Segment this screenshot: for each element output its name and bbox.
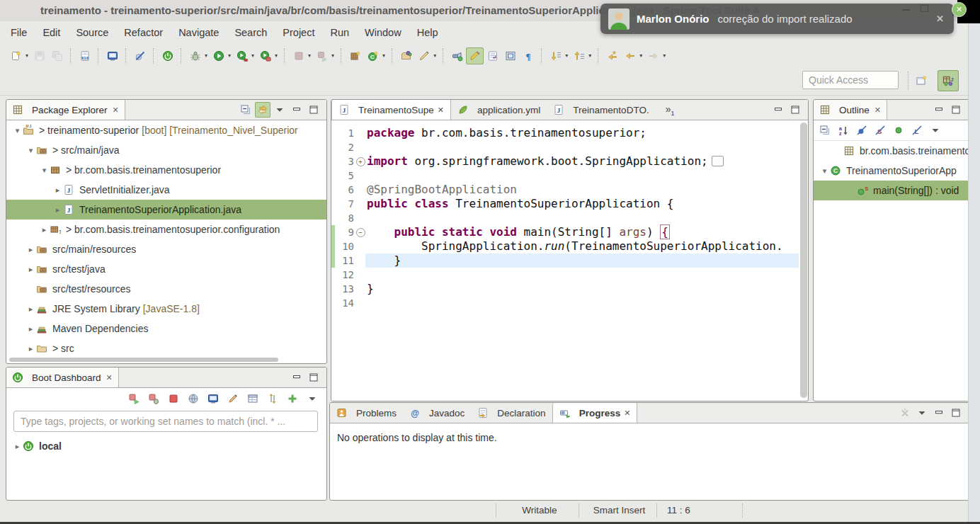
hidden-tabs-indicator[interactable]: »1 bbox=[666, 103, 675, 117]
code-line[interactable]: 2 bbox=[331, 140, 799, 154]
editor-tab-treinamentodto-[interactable]: JTreinamentoDTO. bbox=[547, 100, 655, 120]
close-icon[interactable]: ✕ bbox=[113, 106, 119, 115]
line-number[interactable]: 7 bbox=[335, 197, 355, 211]
line-number[interactable]: 5 bbox=[335, 169, 355, 183]
package-explorer-item[interactable]: ▸JServletInitializer.java bbox=[6, 180, 326, 200]
package-explorer-item[interactable]: ▸> src bbox=[6, 338, 326, 358]
pen-tool-button[interactable] bbox=[415, 47, 433, 64]
properties-button[interactable] bbox=[245, 391, 261, 406]
minimize-button[interactable] bbox=[931, 405, 947, 421]
open-perspective-button[interactable] bbox=[911, 70, 932, 91]
expand-arrow-icon[interactable]: ▸ bbox=[12, 442, 23, 451]
package-explorer-item[interactable]: ▾> src/main/java bbox=[6, 140, 326, 160]
code-line[interactable]: 13} bbox=[331, 282, 799, 296]
code-line[interactable]: 1package br.com.basis.treinamentosuperio… bbox=[331, 126, 799, 140]
package-explorer-item[interactable]: src/test/resources bbox=[6, 279, 326, 299]
stop-button-dropdown[interactable]: ▾ bbox=[308, 52, 311, 59]
horizontal-scrollbar[interactable] bbox=[9, 358, 278, 362]
expand-arrow-icon[interactable]: ▾ bbox=[12, 126, 23, 135]
hide-local-types-button[interactable]: L bbox=[909, 123, 925, 138]
package-explorer-item[interactable]: ▾> br.com.basis.treinamentosuperior bbox=[6, 160, 326, 180]
line-number[interactable]: 10 bbox=[335, 239, 355, 254]
new-wizard-button[interactable] bbox=[7, 47, 25, 64]
menu-run[interactable]: Run bbox=[322, 27, 357, 38]
last-edit-location-button[interactable] bbox=[603, 47, 621, 64]
code-line[interactable]: 10 SpringApplication.run(TreinamentoSupe… bbox=[331, 239, 799, 254]
editor-tab-application-yml[interactable]: application.yml bbox=[451, 100, 547, 120]
package-explorer-item[interactable]: ▸src/main/resources bbox=[6, 239, 326, 259]
minimize-button[interactable] bbox=[931, 102, 947, 118]
folded-region-box[interactable] bbox=[712, 156, 724, 166]
stop-button[interactable] bbox=[166, 391, 181, 406]
open-task-button[interactable] bbox=[397, 47, 415, 64]
expand-arrow-icon[interactable]: ▾ bbox=[819, 166, 830, 176]
back-button[interactable] bbox=[621, 47, 639, 64]
next-annotation-button[interactable] bbox=[547, 47, 564, 64]
close-icon[interactable]: ✕ bbox=[106, 373, 113, 382]
new-java-class-button[interactable]: C bbox=[364, 47, 382, 64]
minimize-button[interactable] bbox=[289, 370, 304, 385]
boot-dashboard-item[interactable]: ▸local bbox=[6, 436, 326, 456]
edit-config-button[interactable] bbox=[225, 391, 241, 406]
forward-button-dropdown[interactable]: ▾ bbox=[663, 52, 666, 59]
debug-button-dropdown[interactable]: ▾ bbox=[205, 52, 207, 59]
code-line[interactable]: 7public class TreinamentoSuperiorApplica… bbox=[331, 197, 799, 211]
tab-boot-dashboard[interactable]: Boot Dashboard ✕ bbox=[6, 368, 119, 387]
tab-outline[interactable]: Outline ✕ bbox=[814, 100, 887, 120]
code-line[interactable]: 8 bbox=[331, 211, 799, 225]
view-tab-javadoc[interactable]: @Javadoc bbox=[403, 403, 471, 423]
hide-static-button[interactable]: S bbox=[872, 123, 888, 138]
view-tab-progress[interactable]: Progress✕ bbox=[552, 403, 638, 423]
outline-item[interactable]: br.com.basis.treinamento bbox=[814, 141, 969, 161]
pen-tool-button-dropdown[interactable]: ▾ bbox=[433, 52, 436, 59]
word-wrap-button[interactable] bbox=[484, 47, 501, 64]
menu-window[interactable]: Window bbox=[357, 27, 409, 38]
boot-filter-input[interactable] bbox=[13, 411, 318, 432]
open-browser-button[interactable] bbox=[186, 391, 201, 406]
run-button[interactable] bbox=[210, 47, 227, 64]
expand-arrow-icon[interactable]: ▸ bbox=[25, 245, 36, 254]
maximize-button[interactable] bbox=[948, 102, 964, 118]
line-number[interactable]: 1 bbox=[335, 126, 355, 140]
collapse-all-button[interactable] bbox=[817, 123, 833, 138]
menu-refactor[interactable]: Refactor bbox=[116, 27, 171, 38]
window-close-button[interactable]: ✕ bbox=[952, 2, 967, 17]
coverage-button-dropdown[interactable]: ▾ bbox=[251, 52, 254, 59]
code-line[interactable]: 11 } bbox=[331, 254, 799, 268]
line-number[interactable]: 2 bbox=[335, 140, 355, 154]
line-number[interactable]: 11 bbox=[335, 254, 355, 268]
code-line[interactable]: 9− public static void main(String[] args… bbox=[331, 225, 799, 239]
view-menu-button[interactable] bbox=[272, 102, 287, 118]
restart-button[interactable] bbox=[126, 391, 142, 406]
sort-button[interactable]: az bbox=[836, 123, 851, 138]
maximize-button[interactable] bbox=[306, 102, 321, 118]
code-line[interactable]: 5 bbox=[331, 169, 799, 183]
window-minimize-button[interactable] bbox=[902, 9, 910, 11]
maximize-button[interactable] bbox=[948, 405, 964, 421]
line-number[interactable]: 3 bbox=[335, 154, 355, 169]
spring-boot-devtools-button[interactable] bbox=[159, 47, 176, 64]
maximize-button[interactable] bbox=[306, 370, 321, 385]
maximize-button[interactable] bbox=[787, 102, 803, 118]
menu-navigate[interactable]: Navigate bbox=[171, 27, 227, 38]
redebug-button[interactable] bbox=[146, 391, 161, 406]
mark-occurrences-button[interactable] bbox=[466, 47, 484, 64]
package-explorer-item[interactable]: ▸Maven Dependencies bbox=[6, 319, 326, 338]
show-whitespace-button[interactable]: ¶ bbox=[519, 47, 537, 64]
code-line[interactable]: 6@SpringBootApplication bbox=[331, 183, 799, 197]
remove-terminated-button[interactable] bbox=[897, 405, 913, 421]
expand-arrow-icon[interactable]: ▾ bbox=[25, 146, 36, 155]
menu-search[interactable]: Search bbox=[227, 27, 275, 38]
hide-non-public-button[interactable] bbox=[891, 123, 906, 138]
save-button[interactable] bbox=[30, 47, 48, 64]
minimize-button[interactable] bbox=[770, 102, 786, 118]
package-explorer-item[interactable]: ▾MJ> treinamento-superior[boot] [Treinam… bbox=[6, 120, 326, 140]
fold-marker-icon[interactable]: − bbox=[355, 225, 365, 239]
fold-marker-icon[interactable]: + bbox=[355, 154, 365, 169]
forward-button[interactable] bbox=[644, 47, 662, 64]
code-line[interactable]: 3+import org.springframework.boot.Spring… bbox=[331, 154, 799, 169]
line-number[interactable]: 6 bbox=[335, 183, 355, 197]
view-menu-button[interactable] bbox=[914, 405, 930, 421]
outline-item[interactable]: ▾CTreinamentoSuperiorApp bbox=[814, 161, 969, 181]
binary-file-button[interactable]: 010 bbox=[76, 47, 93, 64]
